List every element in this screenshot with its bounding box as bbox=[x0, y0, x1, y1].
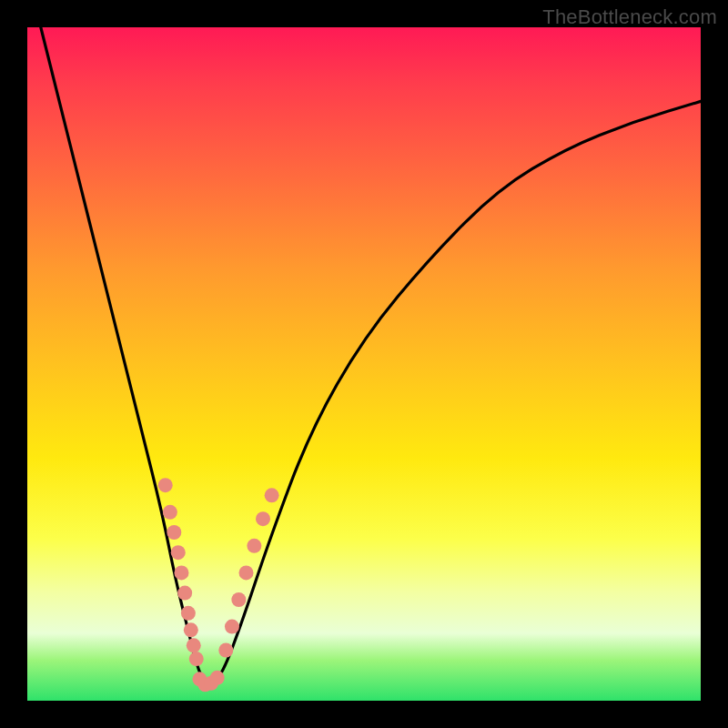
curve-marker bbox=[225, 620, 239, 634]
plot-area bbox=[27, 27, 701, 701]
curve-marker bbox=[187, 638, 201, 652]
curve-marker bbox=[171, 545, 186, 560]
curve-marker bbox=[177, 586, 192, 601]
curve-marker bbox=[181, 606, 196, 621]
curve-marker bbox=[163, 505, 177, 520]
curve-marker bbox=[247, 539, 261, 553]
curve-marker bbox=[256, 511, 270, 526]
watermark-text: TheBottleneck.com bbox=[542, 5, 717, 29]
curve-svg bbox=[27, 27, 701, 701]
curve-marker bbox=[265, 488, 279, 502]
curve-marker bbox=[184, 622, 198, 637]
curve-marker bbox=[231, 592, 246, 607]
bottleneck-curve bbox=[41, 27, 701, 684]
curve-marker bbox=[189, 652, 204, 666]
chart-frame: TheBottleneck.com bbox=[0, 0, 728, 728]
curve-marker bbox=[158, 478, 173, 492]
curve-marker bbox=[239, 565, 254, 580]
curve-marker bbox=[210, 671, 225, 685]
curve-marker bbox=[167, 525, 181, 540]
curve-marker bbox=[174, 565, 188, 580]
curve-marker bbox=[218, 643, 233, 658]
